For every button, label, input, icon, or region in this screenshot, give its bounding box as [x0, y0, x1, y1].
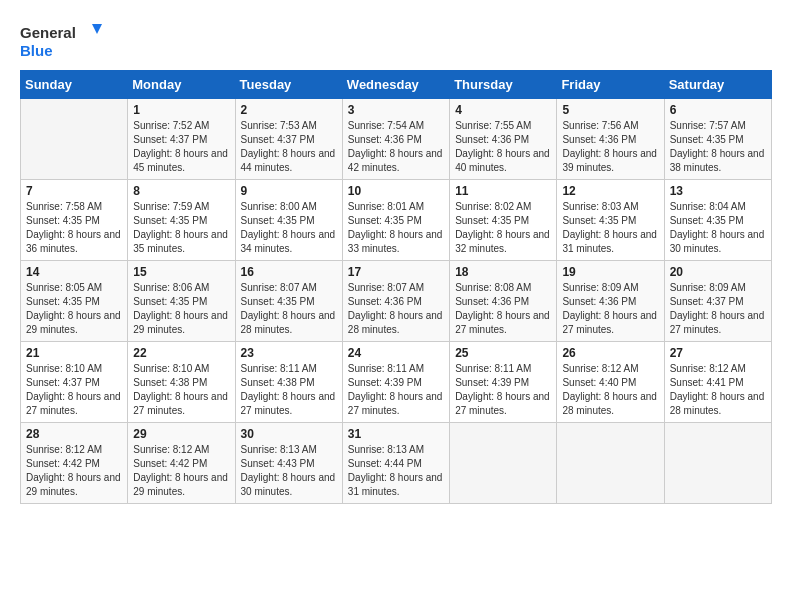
- calendar-cell: 15Sunrise: 8:06 AMSunset: 4:35 PMDayligh…: [128, 261, 235, 342]
- day-details: Sunrise: 7:59 AMSunset: 4:35 PMDaylight:…: [133, 200, 229, 256]
- day-details: Sunrise: 8:08 AMSunset: 4:36 PMDaylight:…: [455, 281, 551, 337]
- day-details: Sunrise: 8:13 AMSunset: 4:44 PMDaylight:…: [348, 443, 444, 499]
- calendar-cell: 4Sunrise: 7:55 AMSunset: 4:36 PMDaylight…: [450, 99, 557, 180]
- day-number: 31: [348, 427, 444, 441]
- day-details: Sunrise: 8:06 AMSunset: 4:35 PMDaylight:…: [133, 281, 229, 337]
- day-details: Sunrise: 8:07 AMSunset: 4:35 PMDaylight:…: [241, 281, 337, 337]
- calendar-cell: 22Sunrise: 8:10 AMSunset: 4:38 PMDayligh…: [128, 342, 235, 423]
- day-number: 25: [455, 346, 551, 360]
- day-number: 14: [26, 265, 122, 279]
- day-number: 11: [455, 184, 551, 198]
- day-details: Sunrise: 8:12 AMSunset: 4:42 PMDaylight:…: [133, 443, 229, 499]
- day-details: Sunrise: 8:01 AMSunset: 4:35 PMDaylight:…: [348, 200, 444, 256]
- day-number: 22: [133, 346, 229, 360]
- weekday-header-row: SundayMondayTuesdayWednesdayThursdayFrid…: [21, 71, 772, 99]
- calendar-cell: 24Sunrise: 8:11 AMSunset: 4:39 PMDayligh…: [342, 342, 449, 423]
- calendar-cell: 17Sunrise: 8:07 AMSunset: 4:36 PMDayligh…: [342, 261, 449, 342]
- header: General Blue: [20, 20, 772, 62]
- day-number: 1: [133, 103, 229, 117]
- day-number: 5: [562, 103, 658, 117]
- day-details: Sunrise: 8:07 AMSunset: 4:36 PMDaylight:…: [348, 281, 444, 337]
- day-number: 9: [241, 184, 337, 198]
- day-number: 10: [348, 184, 444, 198]
- day-number: 20: [670, 265, 766, 279]
- day-details: Sunrise: 8:12 AMSunset: 4:40 PMDaylight:…: [562, 362, 658, 418]
- calendar-cell: 20Sunrise: 8:09 AMSunset: 4:37 PMDayligh…: [664, 261, 771, 342]
- logo: General Blue: [20, 20, 110, 62]
- calendar-cell: 16Sunrise: 8:07 AMSunset: 4:35 PMDayligh…: [235, 261, 342, 342]
- day-number: 18: [455, 265, 551, 279]
- calendar-cell: 28Sunrise: 8:12 AMSunset: 4:42 PMDayligh…: [21, 423, 128, 504]
- day-number: 15: [133, 265, 229, 279]
- calendar-cell: 12Sunrise: 8:03 AMSunset: 4:35 PMDayligh…: [557, 180, 664, 261]
- calendar-cell: 10Sunrise: 8:01 AMSunset: 4:35 PMDayligh…: [342, 180, 449, 261]
- day-number: 28: [26, 427, 122, 441]
- weekday-header-cell: Wednesday: [342, 71, 449, 99]
- calendar-cell: 9Sunrise: 8:00 AMSunset: 4:35 PMDaylight…: [235, 180, 342, 261]
- day-number: 27: [670, 346, 766, 360]
- day-number: 30: [241, 427, 337, 441]
- day-details: Sunrise: 8:12 AMSunset: 4:41 PMDaylight:…: [670, 362, 766, 418]
- day-number: 21: [26, 346, 122, 360]
- day-details: Sunrise: 8:09 AMSunset: 4:37 PMDaylight:…: [670, 281, 766, 337]
- calendar-week-row: 21Sunrise: 8:10 AMSunset: 4:37 PMDayligh…: [21, 342, 772, 423]
- day-number: 7: [26, 184, 122, 198]
- day-details: Sunrise: 7:52 AMSunset: 4:37 PMDaylight:…: [133, 119, 229, 175]
- calendar-cell: 7Sunrise: 7:58 AMSunset: 4:35 PMDaylight…: [21, 180, 128, 261]
- logo-svg: General Blue: [20, 20, 110, 62]
- day-number: 12: [562, 184, 658, 198]
- calendar-cell: [664, 423, 771, 504]
- calendar-cell: 2Sunrise: 7:53 AMSunset: 4:37 PMDaylight…: [235, 99, 342, 180]
- calendar-week-row: 28Sunrise: 8:12 AMSunset: 4:42 PMDayligh…: [21, 423, 772, 504]
- calendar-cell: 27Sunrise: 8:12 AMSunset: 4:41 PMDayligh…: [664, 342, 771, 423]
- day-details: Sunrise: 7:56 AMSunset: 4:36 PMDaylight:…: [562, 119, 658, 175]
- day-details: Sunrise: 8:00 AMSunset: 4:35 PMDaylight:…: [241, 200, 337, 256]
- day-details: Sunrise: 8:02 AMSunset: 4:35 PMDaylight:…: [455, 200, 551, 256]
- day-details: Sunrise: 8:12 AMSunset: 4:42 PMDaylight:…: [26, 443, 122, 499]
- day-number: 24: [348, 346, 444, 360]
- calendar-cell: 29Sunrise: 8:12 AMSunset: 4:42 PMDayligh…: [128, 423, 235, 504]
- calendar-cell: 6Sunrise: 7:57 AMSunset: 4:35 PMDaylight…: [664, 99, 771, 180]
- day-details: Sunrise: 8:13 AMSunset: 4:43 PMDaylight:…: [241, 443, 337, 499]
- day-details: Sunrise: 7:54 AMSunset: 4:36 PMDaylight:…: [348, 119, 444, 175]
- calendar-week-row: 14Sunrise: 8:05 AMSunset: 4:35 PMDayligh…: [21, 261, 772, 342]
- day-number: 6: [670, 103, 766, 117]
- day-details: Sunrise: 7:55 AMSunset: 4:36 PMDaylight:…: [455, 119, 551, 175]
- calendar-cell: 26Sunrise: 8:12 AMSunset: 4:40 PMDayligh…: [557, 342, 664, 423]
- day-number: 19: [562, 265, 658, 279]
- calendar-cell: 13Sunrise: 8:04 AMSunset: 4:35 PMDayligh…: [664, 180, 771, 261]
- calendar-cell: 21Sunrise: 8:10 AMSunset: 4:37 PMDayligh…: [21, 342, 128, 423]
- day-number: 4: [455, 103, 551, 117]
- calendar-cell: 23Sunrise: 8:11 AMSunset: 4:38 PMDayligh…: [235, 342, 342, 423]
- day-details: Sunrise: 8:05 AMSunset: 4:35 PMDaylight:…: [26, 281, 122, 337]
- weekday-header-cell: Tuesday: [235, 71, 342, 99]
- day-details: Sunrise: 8:11 AMSunset: 4:39 PMDaylight:…: [455, 362, 551, 418]
- calendar-cell: [557, 423, 664, 504]
- calendar-week-row: 7Sunrise: 7:58 AMSunset: 4:35 PMDaylight…: [21, 180, 772, 261]
- day-number: 26: [562, 346, 658, 360]
- calendar-cell: 18Sunrise: 8:08 AMSunset: 4:36 PMDayligh…: [450, 261, 557, 342]
- day-details: Sunrise: 7:53 AMSunset: 4:37 PMDaylight:…: [241, 119, 337, 175]
- calendar-cell: [21, 99, 128, 180]
- day-number: 17: [348, 265, 444, 279]
- weekday-header-cell: Thursday: [450, 71, 557, 99]
- calendar-cell: 1Sunrise: 7:52 AMSunset: 4:37 PMDaylight…: [128, 99, 235, 180]
- calendar-cell: 19Sunrise: 8:09 AMSunset: 4:36 PMDayligh…: [557, 261, 664, 342]
- svg-text:General: General: [20, 24, 76, 41]
- calendar-cell: 14Sunrise: 8:05 AMSunset: 4:35 PMDayligh…: [21, 261, 128, 342]
- calendar-body: 1Sunrise: 7:52 AMSunset: 4:37 PMDaylight…: [21, 99, 772, 504]
- day-number: 23: [241, 346, 337, 360]
- day-details: Sunrise: 7:58 AMSunset: 4:35 PMDaylight:…: [26, 200, 122, 256]
- day-number: 16: [241, 265, 337, 279]
- svg-text:Blue: Blue: [20, 42, 53, 59]
- day-number: 2: [241, 103, 337, 117]
- day-details: Sunrise: 8:04 AMSunset: 4:35 PMDaylight:…: [670, 200, 766, 256]
- day-details: Sunrise: 8:09 AMSunset: 4:36 PMDaylight:…: [562, 281, 658, 337]
- calendar-cell: 11Sunrise: 8:02 AMSunset: 4:35 PMDayligh…: [450, 180, 557, 261]
- day-details: Sunrise: 8:03 AMSunset: 4:35 PMDaylight:…: [562, 200, 658, 256]
- day-number: 3: [348, 103, 444, 117]
- day-number: 29: [133, 427, 229, 441]
- day-details: Sunrise: 7:57 AMSunset: 4:35 PMDaylight:…: [670, 119, 766, 175]
- day-details: Sunrise: 8:11 AMSunset: 4:38 PMDaylight:…: [241, 362, 337, 418]
- calendar-cell: 3Sunrise: 7:54 AMSunset: 4:36 PMDaylight…: [342, 99, 449, 180]
